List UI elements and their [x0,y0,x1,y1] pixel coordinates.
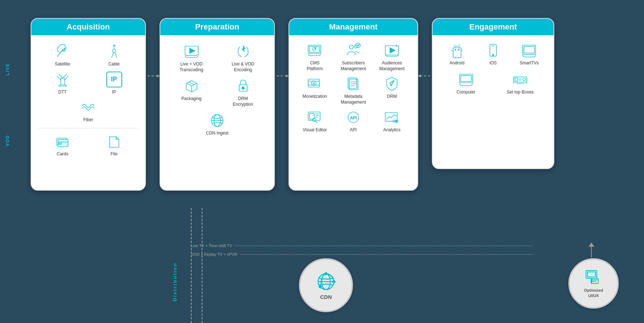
svg-marker-38 [390,48,395,53]
monetization-icon: $ [307,76,323,92]
packaging-icon [184,78,200,94]
android-icon [449,42,465,58]
icon-dtt: DTT [39,72,86,95]
cms-label: CMSPlatform [307,60,323,72]
visual-editor-icon [307,109,323,125]
svg-text:API: API [350,115,357,120]
icon-packaging: Packaging [167,78,215,107]
line2-label: VOD + Replay TV + nPVR [191,252,237,256]
svg-line-82 [535,55,536,57]
svg-line-86 [459,83,461,86]
icon-cards: Cards [39,133,86,157]
svg-point-34 [349,45,353,49]
acq-divider [39,128,138,128]
ios-icon [485,42,501,58]
svg-line-73 [454,45,455,46]
svg-line-59 [316,121,318,123]
svg-point-72 [458,49,459,50]
encoding-icon [235,44,251,59]
cdn-circle: CDN [299,258,353,312]
svg-point-71 [455,49,456,50]
arrow-optimized-up [589,242,594,258]
dtt-icon [55,72,71,87]
vertical-lines-area [176,208,249,323]
audiences-icon [384,42,400,58]
optimized-icon [585,268,603,286]
management-box: Management [289,18,418,191]
cms-icon [307,42,323,58]
transcoding-icon [184,44,200,59]
ip-label: IP [112,90,116,95]
svg-marker-16 [189,48,195,54]
icon-visual-editor: Visual Editor [296,109,333,133]
icon-cable: Cable [90,44,138,67]
fiber-icon [80,99,96,115]
svg-rect-68 [453,48,461,58]
svg-rect-84 [524,46,535,53]
subscribers-label: SubscribersManagement [341,60,366,72]
svg-rect-105 [587,272,595,277]
distribution-label: Distribution [172,262,178,301]
encoding-label: Live & VODEncoding [232,62,254,73]
icon-ip: IP IP [90,72,138,95]
cdn-ingest-label: CDN Ingest [206,131,228,136]
icon-cms: CMSPlatform [296,42,333,72]
computer-icon [458,72,474,87]
ios-label: iOS [489,60,497,66]
cable-label: Cable [108,62,120,67]
icon-file: File [90,133,138,157]
monetization-label: Monetization [303,94,327,100]
analytics-icon [384,109,400,125]
settopboxes-icon [512,72,528,87]
android-label: Android [450,60,464,66]
icon-subscribers: SubscribersManagement [335,42,372,72]
analytics-label: Analytics [383,127,401,133]
icon-ios: iOS [476,42,510,66]
satellite-icon [55,44,71,59]
svg-marker-52 [390,81,394,86]
bottom-lines: Live TV + Time-shift TV VOD + Replay TV … [191,244,532,256]
drm-mgmt-label: DRM [387,94,397,100]
cards-label: Cards [57,151,68,157]
visual-editor-label: Visual Editor [303,127,327,133]
icon-settopboxes: Set top Boxes [494,72,547,95]
svg-line-87 [471,83,473,86]
svg-rect-7 [61,78,64,85]
svg-line-17 [185,56,186,58]
fiber-label: Fiber [83,117,93,123]
settopboxes-label: Set top Boxes [507,90,534,95]
engagement-box: Engagement [432,18,554,169]
smarttvs-icon [521,42,537,58]
drm-enc-label: DRMEncryption [233,96,253,107]
line1-label: Live TV + Time-shift TV [191,244,232,248]
svg-point-2 [56,44,67,54]
drm-shield-icon [384,76,400,92]
icon-audiences: AudiencesManagement [374,42,410,72]
icon-encoding: Live & VODEncoding [219,44,267,73]
acquisition-header: Acquisition [31,19,145,35]
main-container: LIVE VOD Acquisition [0,0,644,323]
svg-line-81 [523,55,524,57]
optimized-label: OptimizedUI/UX [584,288,603,299]
side-label-live: LIVE [5,63,10,76]
preparation-header: Preparation [160,19,274,35]
icon-smarttvs: SmartTVs [512,42,546,66]
icon-metadata: MetadataManagement [335,76,372,105]
cdn-globe-icon [315,271,337,292]
cable-icon [106,44,122,59]
icon-api: API API [335,109,372,133]
icon-android: Android [440,42,474,66]
computer-label: Computer [456,90,475,95]
icon-analytics: Analytics [374,109,410,133]
cards-icon [55,133,71,149]
transcoding-label: Live + VODTranscoding [180,62,204,73]
optimized-circle: OptimizedUI/UX [568,258,619,309]
file-label: File [111,151,117,157]
dtt-label: DTT [58,90,67,95]
svg-point-6 [112,49,116,53]
icon-computer: Computer [440,72,492,95]
audiences-label: AudiencesManagement [379,60,404,72]
engagement-header: Engagement [433,19,554,35]
preparation-box: Preparation Live + VODTranscoding [160,18,275,191]
side-label-vod: VOD [5,135,10,146]
